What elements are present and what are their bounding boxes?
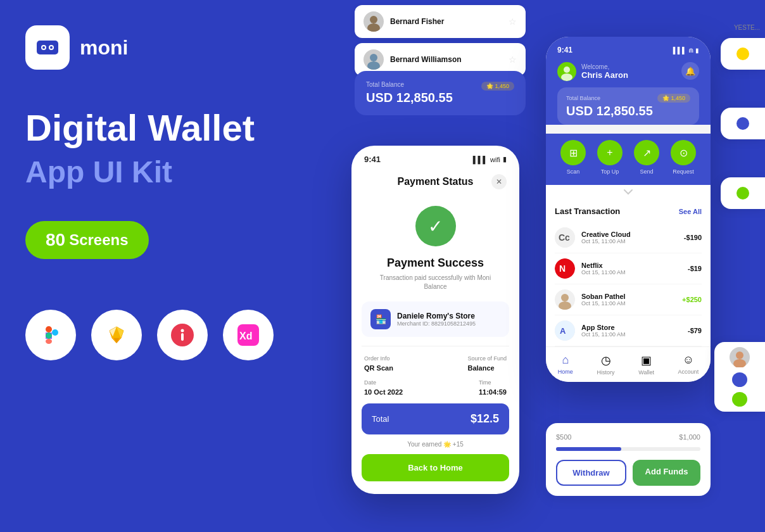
svg-point-32: [559, 301, 571, 310]
tx-icon-1: Cc: [555, 227, 575, 248]
tx-amount-4: -$79: [688, 327, 702, 334]
back-to-home-button[interactable]: Back to Home: [362, 454, 509, 481]
close-button[interactable]: ✕: [491, 174, 507, 189]
app-name: moni: [80, 36, 128, 60]
user-avatar: [557, 62, 576, 81]
payment-success-title: Payment Success: [351, 256, 519, 270]
star-icon-1: ☆: [509, 16, 517, 27]
nav-home[interactable]: ⌂ Home: [558, 353, 573, 376]
partial-card-2: [721, 108, 765, 139]
subtitle: App UI Kit: [25, 155, 317, 189]
home-screen-phone: 9:41 ▌▌▌ ⋒ ▮ Welcome, Chris Aaron 🔔 T: [546, 37, 711, 382]
transactions-title: Last Transaction: [555, 206, 620, 216]
payment-success-desc: Transaction paid successfully with Moni …: [351, 274, 519, 291]
home-balance-card: Total Balance 🌟 1,450 USD 12,850.55: [557, 87, 699, 125]
svg-point-7: [52, 329, 58, 336]
partial-blue-dot: [732, 372, 747, 387]
tx-icon-3: [555, 289, 575, 310]
partial-avatar: [730, 347, 750, 367]
svg-rect-0: [37, 41, 58, 54]
svg-point-3: [42, 46, 45, 49]
divider-1: [362, 346, 509, 346]
progress-bar: [556, 447, 700, 451]
contact-cards: Bernard Fisher ☆ Bernard Williamson ☆: [355, 5, 526, 81]
battery-icon: ▮: [503, 155, 507, 163]
topup-button[interactable]: + Top Up: [597, 140, 623, 175]
svg-point-25: [564, 66, 570, 73]
svg-point-24: [367, 61, 380, 70]
withdraw-max: $1,000: [679, 433, 700, 441]
merchant-name: Daniele Romy's Store: [397, 312, 476, 320]
scan-icon: ⊞: [560, 140, 586, 165]
svg-point-36: [733, 359, 746, 367]
add-funds-button[interactable]: Add Funds: [633, 460, 700, 486]
request-button[interactable]: ⊙ Request: [671, 140, 696, 175]
svg-point-26: [561, 73, 572, 81]
nav-wallet[interactable]: ▣ Wallet: [638, 353, 654, 376]
contact-name-2: Bernard Williamson: [390, 55, 502, 64]
order-info-label: Order Info: [364, 355, 393, 362]
screens-label: Screens: [69, 231, 128, 249]
contact-name-1: Bernard Fisher: [390, 17, 502, 26]
svg-point-22: [367, 23, 380, 32]
nav-account[interactable]: ☺ Account: [678, 353, 699, 376]
moni-logo-icon: [34, 34, 61, 61]
home-time: 9:41: [557, 46, 572, 54]
phone-status-bar: 9:41 ▌▌▌ wifi ▮: [351, 146, 519, 169]
svg-point-31: [561, 294, 569, 301]
request-label: Request: [673, 168, 694, 175]
tx-date-1: Oct 15, 11:00 AM: [581, 238, 678, 244]
transaction-item-4: A App Store Oct 15, 11:00 AM -$79: [555, 315, 702, 346]
account-nav-icon: ☺: [683, 353, 694, 367]
yesterday-label: YESTE...: [734, 24, 760, 31]
tx-info-2: Netflix Oct 15, 11:00 AM: [581, 262, 681, 276]
left-panel: moni Digital Wallet App UI Kit 80 Screen…: [25, 25, 317, 360]
tx-amount-2: -$19: [688, 265, 702, 272]
figma-icon[interactable]: [25, 310, 76, 360]
send-button[interactable]: ↗ Send: [634, 140, 659, 175]
home-coin-badge: 🌟 1,450: [657, 94, 690, 103]
transaction-item-3: Soban Pathel Oct 15, 11:00 AM +$250: [555, 284, 702, 315]
partial-green-dot: [732, 392, 747, 407]
tx-name-1: Creative Cloud: [581, 231, 678, 238]
partial-bottom-card: [714, 342, 765, 412]
topup-icon: +: [597, 140, 623, 165]
tx-date-3: Oct 15, 11:00 AM: [581, 300, 676, 307]
tx-date-4: Oct 15, 11:00 AM: [581, 331, 681, 338]
notification-bell-icon[interactable]: 🔔: [681, 62, 699, 80]
home-balance-label-row: Total Balance 🌟 1,450: [566, 94, 690, 103]
screens-badge: 80 Screens: [25, 221, 149, 259]
scan-button[interactable]: ⊞ Scan: [560, 140, 586, 175]
order-details: Order Info QR Scan Source of Fund Balanc…: [351, 355, 519, 372]
home-status-icons: ▌▌▌ ⋒ ▮: [673, 47, 699, 54]
send-label: Send: [640, 168, 653, 175]
top-balance-card: Total Balance 🌟 1,450 USD 12,850.55: [355, 71, 526, 115]
contact-avatar-1: [364, 11, 384, 32]
transaction-item-1: Cc Creative Cloud Oct 15, 11:00 AM -$190: [555, 222, 702, 253]
welcome-row: Welcome, Chris Aaron 🔔: [557, 62, 699, 81]
transactions-section: Last Transaction See All Cc Creative Clo…: [546, 199, 711, 346]
phone-time: 9:41: [364, 155, 381, 164]
order-info-value: QR Scan: [364, 364, 393, 372]
send-icon: ↗: [634, 140, 659, 165]
sketch-icon[interactable]: [91, 310, 142, 360]
success-circle: ✓: [415, 206, 456, 246]
welcome-text: Welcome, Chris Aaron: [581, 63, 628, 80]
partial-card-3: [721, 177, 765, 209]
earned-row: Your earned 🌟 +15: [351, 441, 519, 448]
invision-icon[interactable]: [157, 310, 208, 360]
wifi-icon-home: ⋒: [688, 47, 693, 54]
signal-icon: ▌▌▌: [473, 156, 488, 163]
headline: Digital Wallet: [25, 108, 317, 148]
withdraw-button[interactable]: Withdraw: [556, 460, 626, 486]
withdraw-buttons: Withdraw Add Funds: [556, 460, 700, 486]
contact-item-1[interactable]: Bernard Fisher ☆: [355, 5, 526, 38]
see-all-link[interactable]: See All: [679, 208, 702, 215]
topup-label: Top Up: [601, 168, 619, 175]
date-col: Date 10 Oct 2022: [364, 379, 403, 396]
tool-icons-row: Xd: [25, 310, 317, 360]
nav-history[interactable]: ◷ History: [597, 353, 615, 376]
svg-text:A: A: [560, 326, 566, 336]
adobe-xd-icon[interactable]: Xd: [223, 310, 274, 360]
partial-card-1: [721, 38, 765, 70]
